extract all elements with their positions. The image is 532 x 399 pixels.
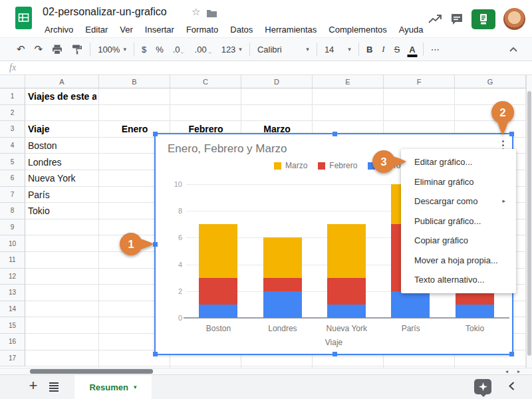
context-menu-item-5[interactable]: Copiar gráfico <box>401 231 516 251</box>
explore-button[interactable] <box>474 379 491 394</box>
italic-button[interactable]: I <box>377 41 389 58</box>
print-button[interactable] <box>47 41 67 58</box>
zoom-select[interactable]: 100%▾ <box>93 41 131 58</box>
increase-decimal-button[interactable]: .00→ <box>190 41 217 58</box>
scroll-right-arrow[interactable]: ▸ <box>517 368 520 374</box>
move-folder-icon[interactable] <box>206 9 217 18</box>
activity-trend-icon[interactable] <box>428 13 442 25</box>
row-header-5[interactable]: 5 <box>0 154 25 170</box>
decrease-decimal-button[interactable]: .0← <box>168 41 190 58</box>
more-toolbar-button[interactable]: ⋯ <box>426 41 444 58</box>
menubar-item-archivo[interactable]: Archivo <box>39 23 79 37</box>
cell-A6[interactable]: Nueva York <box>28 170 96 187</box>
row-header-2[interactable]: 2 <box>0 105 25 122</box>
row-header-7[interactable]: 7 <box>0 187 25 203</box>
cell-A7[interactable]: París <box>28 187 96 203</box>
context-menu-item-6[interactable]: Mover a hoja propia... <box>401 251 516 271</box>
all-sheets-button[interactable] <box>49 382 59 392</box>
gridline-h <box>25 366 526 366</box>
column-header-C[interactable]: C <box>170 75 241 88</box>
legend-label: Febrero <box>329 161 357 170</box>
context-menu-item-3[interactable]: Descargar como▸ <box>401 192 516 211</box>
selection-handle[interactable] <box>153 132 158 136</box>
sparkle-icon <box>479 382 487 391</box>
menubar-item-ver[interactable]: Ver <box>114 23 139 37</box>
sheets-logo-icon[interactable] <box>15 6 33 30</box>
bar-segment-febrero-2 <box>327 278 366 305</box>
y-tick-label: 4 <box>162 261 182 269</box>
column-header-D[interactable]: D <box>241 75 313 88</box>
cell-A4[interactable]: Boston <box>28 138 96 154</box>
text-color-button[interactable]: A <box>404 41 420 58</box>
row-header-6[interactable]: 6 <box>0 170 25 187</box>
row-header-12[interactable]: 12 <box>0 269 25 285</box>
gridline-v <box>98 88 99 368</box>
comment-icon[interactable] <box>450 13 464 26</box>
paint-format-button[interactable] <box>67 41 87 58</box>
add-sheet-button[interactable]: + <box>25 377 41 394</box>
currency-format-button[interactable]: $ <box>137 41 151 58</box>
cell-A5[interactable]: Londres <box>28 154 96 170</box>
context-menu-item-2[interactable]: Eliminar gráfico <box>401 172 516 192</box>
context-menu-item-4[interactable]: Publicar gráfico... <box>401 211 516 231</box>
selection-handle[interactable] <box>153 352 158 356</box>
vertical-scrollbar-thumb[interactable] <box>527 91 531 356</box>
chevron-left-icon[interactable] <box>508 381 515 391</box>
menubar-item-herramientas[interactable]: Herramientas <box>259 23 323 37</box>
menubar-item-datos[interactable]: Datos <box>224 23 259 37</box>
sheet-tab-label: Resumen <box>89 382 128 392</box>
column-header-E[interactable]: E <box>313 75 384 88</box>
column-header-B[interactable]: B <box>99 75 170 88</box>
row-header-10[interactable]: 10 <box>0 235 25 252</box>
context-menu-item-1[interactable]: Editar gráfico... <box>401 152 516 172</box>
selection-handle[interactable] <box>509 352 514 356</box>
document-title[interactable]: 02-personalizar-un-grafico <box>43 6 167 18</box>
selection-handle[interactable] <box>332 352 337 356</box>
chevron-down-icon: ▾ <box>123 46 126 53</box>
formula-bar[interactable]: fx <box>0 61 532 75</box>
row-header-8[interactable]: 8 <box>0 203 25 219</box>
number-format-button[interactable]: 123▾ <box>217 41 247 58</box>
collapse-toolbar-button[interactable] <box>504 41 523 58</box>
scroll-left-arrow[interactable]: ◂ <box>505 368 508 374</box>
context-menu-item-7[interactable]: Texto alternativo... <box>401 270 516 290</box>
row-header-4[interactable]: 4 <box>0 138 25 154</box>
menubar-item-ayuda[interactable]: Ayuda <box>393 23 430 37</box>
grid-corner[interactable] <box>0 75 25 88</box>
menubar-item-formato[interactable]: Formato <box>180 23 224 37</box>
row-header-17[interactable]: 17 <box>0 350 25 367</box>
row-header-16[interactable]: 16 <box>0 334 25 350</box>
column-header-F[interactable]: F <box>384 75 455 88</box>
legend-item-marzo: Marzo <box>274 161 307 170</box>
star-icon[interactable]: ☆ <box>192 6 200 18</box>
row-header-3[interactable]: 3 <box>0 121 25 138</box>
cell-A3[interactable]: Viaje <box>28 121 96 138</box>
menubar-item-editar[interactable]: Editar <box>79 23 114 37</box>
undo-button[interactable]: ↶ <box>12 41 30 58</box>
menubar-item-complementos[interactable]: Complementos <box>323 23 392 37</box>
bold-button[interactable]: B <box>362 41 377 58</box>
row-header-15[interactable]: 15 <box>0 317 25 334</box>
selection-handle[interactable] <box>332 132 337 136</box>
font-family-select[interactable]: Calibri▾ <box>253 41 314 58</box>
row-header-14[interactable]: 14 <box>0 301 25 318</box>
cell-A8[interactable]: Tokio <box>28 203 96 219</box>
cell-A1[interactable]: Viajes de este año <box>28 88 96 105</box>
font-size-select[interactable]: 14▾ <box>320 41 356 58</box>
horizontal-scrollbar-thumb[interactable] <box>30 369 153 374</box>
user-avatar[interactable] <box>503 8 525 30</box>
redo-button[interactable]: ↷ <box>30 41 48 58</box>
percent-format-button[interactable]: % <box>151 41 168 58</box>
column-header-A[interactable]: A <box>25 75 99 88</box>
horizontal-scrollbar[interactable]: ◂ ▸ <box>0 368 532 374</box>
row-header-9[interactable]: 9 <box>0 219 25 236</box>
strikethrough-button[interactable]: S <box>390 41 405 58</box>
row-header-13[interactable]: 13 <box>0 285 25 301</box>
row-header-1[interactable]: 1 <box>0 88 25 105</box>
row-header-11[interactable]: 11 <box>0 252 25 269</box>
share-button[interactable] <box>471 9 495 29</box>
menubar-item-insertar[interactable]: Insertar <box>139 23 180 37</box>
sheet-tab-resumen[interactable]: Resumen ▾ <box>74 375 152 399</box>
vertical-scrollbar[interactable] <box>526 75 532 368</box>
column-header-G[interactable]: G <box>455 75 526 88</box>
